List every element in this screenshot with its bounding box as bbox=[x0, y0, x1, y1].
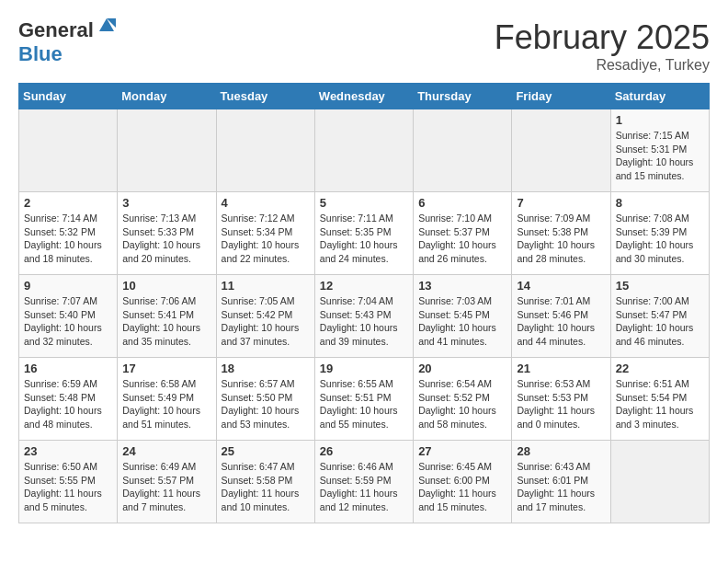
day-number: 27 bbox=[418, 444, 506, 458]
calendar-cell: 2 Sunrise: 7:14 AMSunset: 5:32 PMDayligh… bbox=[19, 192, 118, 275]
logo: General Blue bbox=[18, 18, 118, 66]
calendar-cell bbox=[19, 109, 118, 192]
day-number: 25 bbox=[222, 444, 310, 458]
calendar-cell: 5 Sunrise: 7:11 AMSunset: 5:35 PMDayligh… bbox=[314, 192, 413, 275]
day-header-thursday: Thursday bbox=[414, 84, 512, 109]
day-header-saturday: Saturday bbox=[610, 84, 709, 109]
day-number: 15 bbox=[616, 279, 704, 293]
day-header-tuesday: Tuesday bbox=[216, 84, 314, 109]
day-number: 19 bbox=[320, 362, 408, 375]
page-header: General Blue February 2025 Resadiye, Tur… bbox=[18, 18, 710, 74]
week-row-1: 1 Sunrise: 7:15 AMSunset: 5:31 PMDayligh… bbox=[19, 109, 710, 192]
day-number: 23 bbox=[24, 444, 112, 458]
day-info: Sunrise: 6:57 AMSunset: 5:50 PMDaylight:… bbox=[222, 378, 300, 430]
calendar-cell: 9 Sunrise: 7:07 AMSunset: 5:40 PMDayligh… bbox=[19, 275, 118, 358]
day-info: Sunrise: 7:10 AMSunset: 5:37 PMDaylight:… bbox=[418, 213, 496, 264]
day-number: 4 bbox=[222, 196, 310, 210]
day-info: Sunrise: 7:07 AMSunset: 5:40 PMDaylight:… bbox=[24, 295, 102, 347]
day-info: Sunrise: 6:46 AMSunset: 5:59 PMDaylight:… bbox=[320, 461, 398, 512]
day-info: Sunrise: 6:51 AMSunset: 5:54 PMDaylight:… bbox=[616, 378, 694, 430]
day-info: Sunrise: 7:13 AMSunset: 5:33 PMDaylight:… bbox=[122, 213, 200, 264]
calendar-cell: 16 Sunrise: 6:59 AMSunset: 5:48 PMDaylig… bbox=[19, 358, 118, 441]
day-number: 28 bbox=[517, 444, 605, 458]
calendar-cell: 28 Sunrise: 6:43 AMSunset: 6:01 PMDaylig… bbox=[512, 441, 610, 523]
calendar-cell bbox=[414, 109, 512, 192]
day-header-monday: Monday bbox=[118, 84, 216, 109]
logo-icon bbox=[96, 15, 118, 37]
day-header-wednesday: Wednesday bbox=[314, 84, 413, 109]
day-info: Sunrise: 7:03 AMSunset: 5:45 PMDaylight:… bbox=[418, 295, 496, 347]
title-block: February 2025 Resadiye, Turkey bbox=[495, 18, 710, 74]
day-info: Sunrise: 7:09 AMSunset: 5:38 PMDaylight:… bbox=[517, 213, 595, 264]
calendar-cell: 7 Sunrise: 7:09 AMSunset: 5:38 PMDayligh… bbox=[512, 192, 610, 275]
day-number: 20 bbox=[418, 362, 506, 375]
calendar-cell: 10 Sunrise: 7:06 AMSunset: 5:41 PMDaylig… bbox=[118, 275, 216, 358]
day-info: Sunrise: 6:55 AMSunset: 5:51 PMDaylight:… bbox=[320, 378, 398, 430]
day-header-sunday: Sunday bbox=[19, 84, 118, 109]
logo-general: General bbox=[18, 18, 94, 41]
day-number: 1 bbox=[616, 113, 704, 127]
day-number: 8 bbox=[616, 196, 704, 210]
calendar-cell: 13 Sunrise: 7:03 AMSunset: 5:45 PMDaylig… bbox=[414, 275, 512, 358]
calendar-cell: 17 Sunrise: 6:58 AMSunset: 5:49 PMDaylig… bbox=[118, 358, 216, 441]
day-number: 24 bbox=[122, 444, 210, 458]
day-number: 7 bbox=[517, 196, 605, 210]
logo-blue: Blue bbox=[18, 42, 63, 65]
day-info: Sunrise: 7:14 AMSunset: 5:32 PMDaylight:… bbox=[24, 213, 102, 264]
day-number: 10 bbox=[122, 279, 210, 293]
day-header-friday: Friday bbox=[512, 84, 610, 109]
calendar-cell bbox=[610, 441, 709, 523]
calendar-cell bbox=[118, 109, 216, 192]
day-info: Sunrise: 6:58 AMSunset: 5:49 PMDaylight:… bbox=[122, 378, 200, 430]
calendar-cell: 23 Sunrise: 6:50 AMSunset: 5:55 PMDaylig… bbox=[19, 441, 118, 523]
day-number: 26 bbox=[320, 444, 408, 458]
calendar-table: SundayMondayTuesdayWednesdayThursdayFrid… bbox=[18, 83, 710, 523]
week-row-3: 9 Sunrise: 7:07 AMSunset: 5:40 PMDayligh… bbox=[19, 275, 710, 358]
calendar-cell bbox=[314, 109, 413, 192]
day-info: Sunrise: 7:08 AMSunset: 5:39 PMDaylight:… bbox=[616, 213, 694, 264]
day-number: 9 bbox=[24, 279, 112, 293]
day-number: 17 bbox=[122, 362, 210, 375]
day-number: 14 bbox=[517, 279, 605, 293]
day-number: 11 bbox=[222, 279, 310, 293]
day-info: Sunrise: 7:06 AMSunset: 5:41 PMDaylight:… bbox=[122, 295, 200, 347]
day-info: Sunrise: 7:01 AMSunset: 5:46 PMDaylight:… bbox=[517, 295, 595, 347]
day-info: Sunrise: 7:00 AMSunset: 5:47 PMDaylight:… bbox=[616, 295, 694, 347]
calendar-cell: 3 Sunrise: 7:13 AMSunset: 5:33 PMDayligh… bbox=[118, 192, 216, 275]
calendar-cell: 20 Sunrise: 6:54 AMSunset: 5:52 PMDaylig… bbox=[414, 358, 512, 441]
calendar-cell: 4 Sunrise: 7:12 AMSunset: 5:34 PMDayligh… bbox=[216, 192, 314, 275]
calendar-cell: 21 Sunrise: 6:53 AMSunset: 5:53 PMDaylig… bbox=[512, 358, 610, 441]
calendar-cell: 25 Sunrise: 6:47 AMSunset: 5:58 PMDaylig… bbox=[216, 441, 314, 523]
day-info: Sunrise: 6:47 AMSunset: 5:58 PMDaylight:… bbox=[222, 461, 300, 512]
calendar-cell: 26 Sunrise: 6:46 AMSunset: 5:59 PMDaylig… bbox=[314, 441, 413, 523]
day-number: 3 bbox=[122, 196, 210, 210]
calendar-cell: 18 Sunrise: 6:57 AMSunset: 5:50 PMDaylig… bbox=[216, 358, 314, 441]
calendar-cell: 11 Sunrise: 7:05 AMSunset: 5:42 PMDaylig… bbox=[216, 275, 314, 358]
day-number: 2 bbox=[24, 196, 112, 210]
day-number: 5 bbox=[320, 196, 408, 210]
day-info: Sunrise: 6:54 AMSunset: 5:52 PMDaylight:… bbox=[418, 378, 496, 430]
day-info: Sunrise: 6:53 AMSunset: 5:53 PMDaylight:… bbox=[517, 378, 595, 430]
day-number: 16 bbox=[24, 362, 112, 375]
calendar-header-row: SundayMondayTuesdayWednesdayThursdayFrid… bbox=[19, 84, 710, 109]
day-number: 13 bbox=[418, 279, 506, 293]
day-info: Sunrise: 7:11 AMSunset: 5:35 PMDaylight:… bbox=[320, 213, 398, 264]
day-number: 6 bbox=[418, 196, 506, 210]
calendar-cell: 6 Sunrise: 7:10 AMSunset: 5:37 PMDayligh… bbox=[414, 192, 512, 275]
day-info: Sunrise: 7:04 AMSunset: 5:43 PMDaylight:… bbox=[320, 295, 398, 347]
day-number: 12 bbox=[320, 279, 408, 293]
calendar-cell: 12 Sunrise: 7:04 AMSunset: 5:43 PMDaylig… bbox=[314, 275, 413, 358]
day-number: 21 bbox=[517, 362, 605, 375]
calendar-cell: 19 Sunrise: 6:55 AMSunset: 5:51 PMDaylig… bbox=[314, 358, 413, 441]
month-year-title: February 2025 bbox=[495, 18, 710, 57]
calendar-cell: 14 Sunrise: 7:01 AMSunset: 5:46 PMDaylig… bbox=[512, 275, 610, 358]
calendar-cell: 8 Sunrise: 7:08 AMSunset: 5:39 PMDayligh… bbox=[610, 192, 709, 275]
calendar-cell bbox=[216, 109, 314, 192]
day-info: Sunrise: 6:43 AMSunset: 6:01 PMDaylight:… bbox=[517, 461, 595, 512]
week-row-4: 16 Sunrise: 6:59 AMSunset: 5:48 PMDaylig… bbox=[19, 358, 710, 441]
day-info: Sunrise: 7:12 AMSunset: 5:34 PMDaylight:… bbox=[222, 213, 300, 264]
calendar-body: 1 Sunrise: 7:15 AMSunset: 5:31 PMDayligh… bbox=[19, 109, 710, 523]
day-info: Sunrise: 6:49 AMSunset: 5:57 PMDaylight:… bbox=[122, 461, 200, 512]
day-info: Sunrise: 6:50 AMSunset: 5:55 PMDaylight:… bbox=[24, 461, 102, 512]
calendar-cell: 1 Sunrise: 7:15 AMSunset: 5:31 PMDayligh… bbox=[610, 109, 709, 192]
